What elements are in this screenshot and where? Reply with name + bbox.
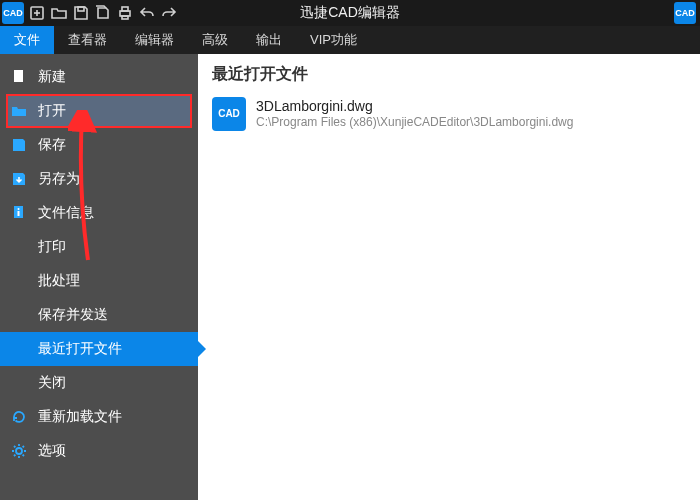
sidebar-item-open[interactable]: 打开 — [6, 94, 192, 128]
print-icon — [10, 238, 28, 256]
save-icon — [10, 136, 28, 154]
sidebar-item-label: 关闭 — [38, 374, 66, 392]
svg-point-11 — [16, 448, 22, 454]
app-logo-icon: CAD — [674, 2, 696, 24]
sidebar-item-save-as[interactable]: 另存为 — [0, 162, 198, 196]
cad-file-icon: CAD — [212, 97, 246, 131]
window-title: 迅捷CAD编辑器 — [300, 4, 400, 22]
sidebar-item-reload[interactable]: 重新加载文件 — [0, 400, 198, 434]
close-icon — [10, 374, 28, 392]
sidebar-item-batch[interactable]: 批处理 — [0, 264, 198, 298]
sidebar-item-save[interactable]: 保存 — [0, 128, 198, 162]
file-menu-sidebar: 新建 打开 保存 另存为 文件信息 — [0, 54, 198, 500]
tab-vip[interactable]: VIP功能 — [296, 26, 371, 54]
open-folder-icon — [10, 102, 28, 120]
sidebar-item-label: 保存并发送 — [38, 306, 108, 324]
recent-file-texts: 3DLamborgini.dwg C:\Program Files (x86)\… — [256, 98, 573, 131]
sidebar-item-new[interactable]: 新建 — [0, 60, 198, 94]
svg-rect-6 — [122, 16, 128, 19]
recent-icon — [10, 340, 28, 358]
reload-icon — [10, 408, 28, 426]
sidebar-item-label: 另存为 — [38, 170, 80, 188]
save-all-icon[interactable] — [92, 2, 114, 24]
sidebar-item-label: 批处理 — [38, 272, 80, 290]
svg-point-9 — [18, 208, 20, 210]
recent-file-path: C:\Program Files (x86)\XunjieCADEditor\3… — [256, 115, 573, 130]
svg-rect-5 — [122, 7, 128, 11]
sidebar-item-options[interactable]: 选项 — [0, 434, 198, 468]
content-area: 最近打开文件 CAD 3DLamborgini.dwg C:\Program F… — [198, 54, 700, 500]
sidebar-item-label: 打印 — [38, 238, 66, 256]
menu-bar: 文件 查看器 编辑器 高级 输出 VIP功能 — [0, 26, 700, 54]
file-info-icon — [10, 204, 28, 222]
tab-output[interactable]: 输出 — [242, 26, 296, 54]
tab-editor[interactable]: 编辑器 — [121, 26, 188, 54]
print-icon[interactable] — [114, 2, 136, 24]
sidebar-item-label: 打开 — [38, 102, 66, 120]
gear-icon — [10, 442, 28, 460]
svg-rect-3 — [78, 7, 84, 11]
sidebar-item-close[interactable]: 关闭 — [0, 366, 198, 400]
sidebar-item-label: 保存 — [38, 136, 66, 154]
body: 新建 打开 保存 另存为 文件信息 — [0, 54, 700, 500]
tab-viewer[interactable]: 查看器 — [54, 26, 121, 54]
save-icon[interactable] — [70, 2, 92, 24]
new-file-icon — [10, 68, 28, 86]
sidebar-item-label: 新建 — [38, 68, 66, 86]
svg-rect-10 — [18, 211, 20, 216]
sidebar-item-label: 文件信息 — [38, 204, 94, 222]
sidebar-item-print[interactable]: 打印 — [0, 230, 198, 264]
title-bar: CAD 迅捷CAD编辑器 CAD — [0, 0, 700, 26]
redo-icon[interactable] — [158, 2, 180, 24]
tab-file[interactable]: 文件 — [0, 26, 54, 54]
sidebar-item-save-send[interactable]: 保存并发送 — [0, 298, 198, 332]
sidebar-item-label: 最近打开文件 — [38, 340, 122, 358]
new-file-icon[interactable] — [26, 2, 48, 24]
sidebar-item-file-info[interactable]: 文件信息 — [0, 196, 198, 230]
app-icon: CAD — [2, 2, 24, 24]
batch-icon — [10, 272, 28, 290]
content-header: 最近打开文件 — [198, 54, 700, 93]
recent-file-name: 3DLamborgini.dwg — [256, 98, 573, 116]
sidebar-item-label: 选项 — [38, 442, 66, 460]
open-folder-icon[interactable] — [48, 2, 70, 24]
sidebar-item-label: 重新加载文件 — [38, 408, 122, 426]
save-as-icon — [10, 170, 28, 188]
undo-icon[interactable] — [136, 2, 158, 24]
tab-advanced[interactable]: 高级 — [188, 26, 242, 54]
sidebar-item-recent[interactable]: 最近打开文件 — [0, 332, 198, 366]
recent-file-item[interactable]: CAD 3DLamborgini.dwg C:\Program Files (x… — [198, 93, 700, 135]
save-send-icon — [10, 306, 28, 324]
svg-rect-7 — [14, 70, 23, 82]
